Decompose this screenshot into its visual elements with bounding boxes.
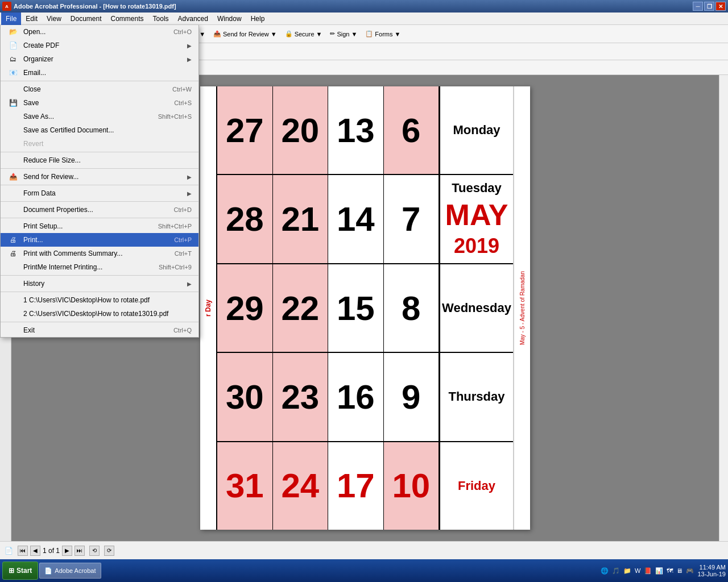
cal-cell: 23	[273, 353, 329, 440]
sep7	[1, 275, 198, 276]
day-label-wednesday: Wednesday	[439, 264, 513, 352]
sep8	[1, 292, 198, 292]
month-label: MAY	[445, 198, 508, 232]
taskbar-right: 🌐 🎵 📁 W 📕 📊 🗺 🖥 🎮 11:49 AM 13-Jun-19	[601, 564, 726, 577]
secure-btn[interactable]: 🔒 Secure ▼	[282, 27, 326, 41]
menu-print[interactable]: 🖨 Print... Ctrl+P	[1, 233, 198, 247]
day-label-monday: Monday	[439, 86, 513, 174]
cal-cell: 17	[328, 442, 384, 530]
excel-icon: 📊	[655, 567, 663, 575]
menu-doc-properties[interactable]: Document Properties... Ctrl+D	[1, 203, 198, 217]
menu-history[interactable]: History ▶	[1, 277, 198, 290]
window-title: Adobe Acrobat Professional - [How to rot…	[14, 3, 176, 10]
menu-form-data[interactable]: Form Data ▶	[1, 186, 198, 200]
menu-printme[interactable]: PrintMe Internet Printing... Shift+Ctrl+…	[1, 260, 198, 274]
menu-print-setup[interactable]: Print Setup... Shift+Ctrl+P	[1, 219, 198, 233]
recent-file-1[interactable]: 1 C:\Users\VIC\Desktop\How to rotate.pdf	[1, 293, 198, 307]
page-nav: ⏮ ◀ 1 of 1 ▶ ⏭	[18, 546, 85, 556]
open-icon: 📂	[7, 27, 19, 36]
menu-file[interactable]: File	[1, 13, 21, 25]
right-scrollbar[interactable]	[719, 75, 728, 541]
menu-close[interactable]: Close Ctrl+W	[1, 82, 198, 96]
maps-icon: 🗺	[667, 567, 673, 574]
cal-cell: 20	[273, 86, 329, 174]
cal-cell: 10	[384, 442, 440, 530]
menu-comments[interactable]: Comments	[106, 13, 148, 25]
first-page-btn[interactable]: ⏮	[18, 546, 28, 556]
sep2	[1, 152, 198, 152]
menu-email[interactable]: 📧 Email...	[1, 66, 198, 80]
ie-icon: 🌐	[601, 567, 609, 575]
review-arrow: ▼	[271, 31, 277, 38]
start-button[interactable]: ⊞ Start	[2, 562, 38, 580]
cal-cell: 21	[273, 175, 329, 263]
app-icon2: 🖥	[676, 567, 682, 574]
ramadan-text: May - 5 - Advent of Ramadan	[519, 271, 526, 345]
minimize-btn[interactable]: ─	[693, 2, 703, 11]
last-page-btn[interactable]: ⏭	[75, 546, 85, 556]
cal-cell: 29	[217, 264, 273, 352]
menu-organizer[interactable]: 🗂 Organizer ▶	[1, 52, 198, 66]
forms-arrow: ▼	[394, 31, 400, 38]
app-icon: A	[2, 2, 11, 11]
cal-cell: 6	[384, 86, 440, 174]
lock-icon: 🔒	[285, 30, 293, 38]
cal-cell: 30	[217, 353, 273, 440]
acrobat-icon: 📄	[44, 567, 52, 575]
menu-save[interactable]: 💾 Save Ctrl+S	[1, 96, 198, 110]
save-icon: 💾	[7, 98, 19, 107]
sep9	[1, 322, 198, 322]
sign-arrow: ▼	[351, 31, 357, 38]
menu-exit[interactable]: Exit Ctrl+Q	[1, 323, 198, 337]
next-view-btn[interactable]: ⟳	[104, 546, 114, 556]
taskbar-acrobat[interactable]: 📄 Adobe Acrobat	[39, 563, 101, 579]
system-clock: 11:49 AM 13-Jun-19	[697, 564, 726, 577]
page-icon: 📄	[5, 547, 13, 555]
day-label-tuesday: Tuesday	[452, 181, 502, 196]
menu-view[interactable]: View	[42, 13, 66, 25]
prev-page-btn[interactable]: ◀	[30, 546, 40, 556]
cal-cell: 13	[328, 86, 384, 174]
cal-cell: 27	[217, 86, 273, 174]
menu-help[interactable]: Help	[246, 13, 270, 25]
cal-cell: 14	[328, 175, 384, 263]
forms-btn[interactable]: 📋 Forms ▼	[362, 27, 404, 41]
create-icon: 📄	[7, 41, 19, 50]
restore-btn[interactable]: ❐	[704, 2, 714, 11]
review-icon: 📤	[7, 172, 19, 181]
menu-open[interactable]: 📂 Open... Ctrl+O	[1, 25, 198, 39]
sep4	[1, 185, 198, 185]
menu-revert[interactable]: Revert	[1, 137, 198, 151]
menu-bar: File Edit View Document Comments Tools A…	[0, 13, 728, 25]
file-menu-dropdown: 📂 Open... Ctrl+O 📄 Create PDF ▶ 🗂 Organi…	[0, 25, 199, 338]
menu-tools[interactable]: Tools	[148, 13, 173, 25]
menu-save-certified[interactable]: Save as Certified Document...	[1, 123, 198, 137]
menu-send-review[interactable]: 📤 Send for Review... ▶	[1, 170, 198, 184]
close-btn[interactable]: ✕	[715, 2, 726, 11]
prev-view-btn[interactable]: ⟲	[89, 546, 100, 556]
cal-cell: 16	[328, 353, 384, 440]
game-icon: 🎮	[686, 567, 694, 575]
vertical-day-text: r Day	[204, 300, 212, 317]
calendar-page: r Day 27 20 13 6 Monday 28 21	[200, 86, 530, 530]
menu-window[interactable]: Window	[213, 13, 246, 25]
day-label-thursday: Thursday	[439, 353, 513, 440]
sign-btn[interactable]: ✏ Sign ▼	[326, 27, 361, 41]
menu-reduce-size[interactable]: Reduce File Size...	[1, 153, 198, 167]
status-bar: 📄 ⏮ ◀ 1 of 1 ▶ ⏭ ⟲ ⟳	[0, 541, 728, 559]
pdf-icon: 📕	[644, 567, 652, 575]
secure-arrow: ▼	[316, 31, 322, 38]
menu-create-pdf[interactable]: 📄 Create PDF ▶	[1, 39, 198, 52]
menu-advanced[interactable]: Advanced	[173, 13, 213, 25]
menu-print-comments[interactable]: 🖨 Print with Comments Summary... Ctrl+T	[1, 247, 198, 260]
cal-cell: 22	[273, 264, 329, 352]
menu-save-as[interactable]: Save As... Shift+Ctrl+S	[1, 110, 198, 123]
email-icon: 📧	[7, 68, 19, 77]
menu-edit[interactable]: Edit	[21, 13, 42, 25]
next-page-btn[interactable]: ▶	[62, 546, 72, 556]
print-comments-icon: 🖨	[7, 249, 19, 258]
menu-document[interactable]: Document	[66, 13, 106, 25]
recent-file-2[interactable]: 2 C:\Users\VIC\Desktop\How to rotate1301…	[1, 307, 198, 321]
send-review-btn[interactable]: 📤 Send for Review ▼	[210, 27, 280, 41]
taskbar: ⊞ Start 📄 Adobe Acrobat 🌐 🎵 📁 W 📕 📊 🗺 🖥 …	[0, 559, 728, 582]
